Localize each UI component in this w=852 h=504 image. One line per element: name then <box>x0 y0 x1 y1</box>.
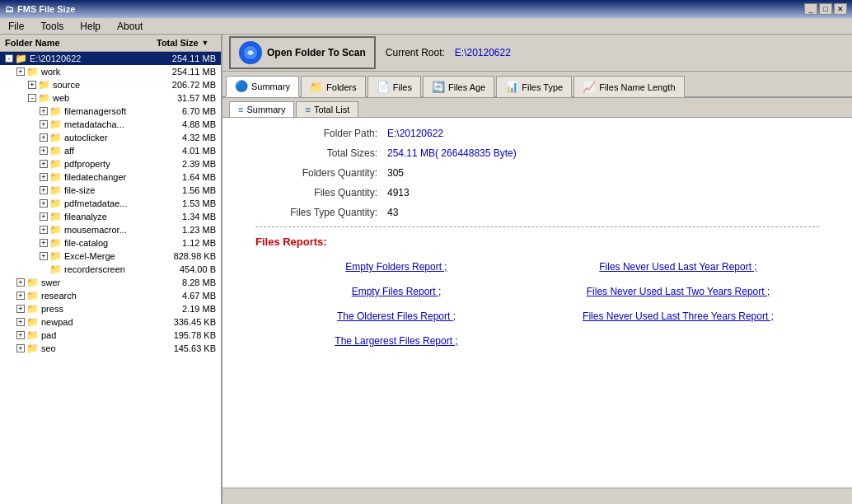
total-sizes-row: Total Sizes: 254.11 MB( 266448835 Byte) <box>239 147 836 159</box>
files-qty-row: Files Quantity: 4913 <box>239 187 836 198</box>
right-panel: Open Folder To Scan Current Root: E:\201… <box>222 35 852 504</box>
tree-row[interactable]: +📁autoclicker4.32 MB <box>0 131 221 144</box>
folder-icon: 📁 <box>26 343 39 354</box>
tab-files-age[interactable]: 🔄Files Age <box>423 76 494 97</box>
expand-button[interactable]: + <box>16 331 25 339</box>
expand-button[interactable]: + <box>16 344 25 352</box>
report-link-left-1[interactable]: Empty Files Report ; <box>255 279 537 304</box>
folder-path-value: E:\20120622 <box>387 128 443 139</box>
expand-button[interactable]: - <box>5 54 13 63</box>
menu-help[interactable]: Help <box>75 19 105 34</box>
folder-size: 4.67 MB <box>155 291 221 301</box>
tab-summary[interactable]: 🔵Summary <box>226 76 299 97</box>
expand-button[interactable]: + <box>28 81 36 89</box>
divider <box>255 226 819 227</box>
tree-row[interactable]: +📁pad195.78 KB <box>0 329 221 342</box>
tab-files-type[interactable]: 📊Files Type <box>496 76 572 97</box>
folder-icon: 📁 <box>49 224 62 236</box>
tree-row[interactable]: +📁file-size1.56 MB <box>0 184 221 197</box>
tab-files-name-length[interactable]: 📈Files Name Length <box>573 76 684 97</box>
tree-row[interactable]: +📁swer8.28 MB <box>0 276 221 289</box>
folder-size: 454.00 B <box>155 264 221 274</box>
tree-row[interactable]: +📁Excel-Merge828.98 KB <box>0 250 221 263</box>
menu-tools[interactable]: Tools <box>35 19 68 34</box>
expand-button[interactable]: - <box>28 94 36 102</box>
menu-file[interactable]: File <box>3 19 29 34</box>
close-button[interactable]: ✕ <box>834 3 847 15</box>
report-link-left-2[interactable]: The Olderest Files Report ; <box>255 304 537 329</box>
expand-button[interactable]: + <box>16 292 25 300</box>
tree-row[interactable]: +📁press2.19 MB <box>0 302 221 315</box>
tree-row[interactable]: +📁work254.11 MB <box>0 65 221 78</box>
expand-button[interactable]: + <box>40 147 48 155</box>
tree-row[interactable]: +📁newpad336.45 KB <box>0 315 221 329</box>
tree-row[interactable]: +📁pdfproperty2.39 MB <box>0 157 221 170</box>
report-link-left-3[interactable]: The Largerest Files Report ; <box>255 329 537 353</box>
tree-row[interactable]: +📁seo145.63 KB <box>0 342 221 355</box>
expand-button[interactable]: + <box>40 173 48 181</box>
tab-files[interactable]: 📄Files <box>367 76 421 97</box>
report-link-right-0[interactable]: Files Never Used Last Year Report ; <box>537 254 819 279</box>
tab-icon-folders: 📁 <box>310 81 323 93</box>
tab-label-files-type: Files Type <box>522 82 563 92</box>
tree-row[interactable]: -📁E:\20120622254.11 MB <box>0 52 221 65</box>
folder-icon: 📁 <box>49 158 62 170</box>
expand-button[interactable]: + <box>40 239 48 247</box>
expand-button[interactable]: + <box>40 226 48 234</box>
folder-size: 2.19 MB <box>155 304 221 314</box>
tree-row[interactable]: +📁fileanalyze1.34 MB <box>0 210 221 223</box>
tree-row[interactable]: +📁research4.67 MB <box>0 289 221 302</box>
tree-row[interactable]: +📁filedatechanger1.64 MB <box>0 170 221 184</box>
top-bar: Open Folder To Scan Current Root: E:\201… <box>222 35 852 72</box>
expand-button[interactable]: + <box>40 252 48 260</box>
report-link-right-1[interactable]: Files Never Used Last Two Years Report ; <box>537 279 819 304</box>
expand-button[interactable]: + <box>40 133 48 142</box>
folder-col-header: Folder Name <box>2 36 153 49</box>
tree-row[interactable]: 📁recorderscreen454.00 B <box>0 263 221 276</box>
minimize-button[interactable]: _ <box>804 3 817 15</box>
tree-row[interactable]: +📁aff4.01 MB <box>0 144 221 157</box>
sub-tab-1[interactable]: ≡Total List <box>296 101 358 117</box>
tab-folders[interactable]: 📁Folders <box>301 76 366 97</box>
expand-button[interactable]: + <box>40 120 48 128</box>
folder-name-label: newpad <box>41 317 155 327</box>
folder-icon: 📁 <box>49 145 62 156</box>
expand-button[interactable]: + <box>40 186 48 194</box>
content-area: ≡Summary≡Total List Folder Path: E:\2012… <box>222 98 852 488</box>
report-link-left-0[interactable]: Empty Folders Report ; <box>255 254 537 279</box>
tree-row[interactable]: +📁file-catalog1.12 MB <box>0 236 221 250</box>
folder-name-label: mousemacror... <box>64 225 155 235</box>
expand-button[interactable]: + <box>40 199 48 208</box>
folder-path-row: Folder Path: E:\20120622 <box>239 128 836 139</box>
folder-tree[interactable]: -📁E:\20120622254.11 MB+📁work254.11 MB+📁s… <box>0 52 221 504</box>
tree-row[interactable]: +📁filemanagersoft6.70 MB <box>0 105 221 118</box>
report-link-right-2[interactable]: Files Never Used Last Three Years Report… <box>537 304 819 329</box>
tree-row[interactable]: +📁metadatacha...4.88 MB <box>0 118 221 131</box>
expand-button[interactable]: + <box>40 212 48 221</box>
tree-row[interactable]: +📁pdfmetadatae...1.53 MB <box>0 197 221 210</box>
folder-size: 4.88 MB <box>155 119 221 129</box>
expand-button[interactable]: + <box>16 278 25 287</box>
folder-icon: 📁 <box>38 92 50 104</box>
menu-about[interactable]: About <box>112 19 147 34</box>
expand-button[interactable]: + <box>40 107 48 115</box>
folder-size: 206.72 MB <box>155 80 221 90</box>
expand-button[interactable]: + <box>16 318 25 326</box>
tab-label-files: Files <box>393 82 412 92</box>
open-folder-button[interactable]: Open Folder To Scan <box>229 36 376 69</box>
report-link-right-3[interactable] <box>537 329 819 353</box>
folder-name-label: swer <box>41 278 155 287</box>
expand-button[interactable]: + <box>16 68 25 76</box>
folder-icon: 📁 <box>26 290 39 301</box>
expand-button[interactable]: + <box>16 305 25 313</box>
tree-row[interactable]: +📁mousemacror...1.23 MB <box>0 223 221 236</box>
files-type-qty-row: Files Type Quantity: 43 <box>239 207 836 218</box>
folder-icon: 📁 <box>26 66 39 77</box>
tree-row[interactable]: -📁web31.57 MB <box>0 91 221 105</box>
tree-row[interactable]: +📁source206.72 MB <box>0 78 221 91</box>
maximize-button[interactable]: □ <box>819 3 832 15</box>
folder-name-label: work <box>41 67 155 77</box>
tab-icon-files-name-length: 📈 <box>583 81 596 93</box>
sub-tab-0[interactable]: ≡Summary <box>229 101 294 117</box>
expand-button[interactable]: + <box>40 160 48 168</box>
